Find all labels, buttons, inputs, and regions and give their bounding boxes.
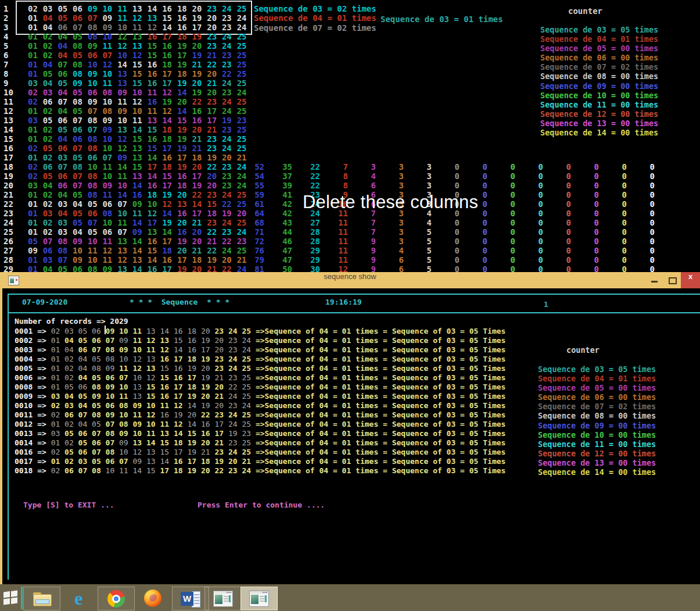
stat-value: 0 — [640, 190, 655, 199]
windows-logo-icon — [3, 591, 17, 605]
record-number: 24 — [228, 364, 242, 373]
record-row: 0010 => 02 03 04 05 06 08 09 10 11 12 14… — [15, 401, 505, 410]
screen: 1020305060910111314161820232425201040506… — [0, 0, 700, 611]
taskbar-firefox[interactable] — [135, 587, 171, 609]
number-cell: 19 — [192, 181, 207, 190]
record-number: 05 — [64, 383, 78, 391]
row-index: 6 — [3, 51, 8, 60]
record-number: 14 — [146, 438, 160, 447]
taskbar-chrome[interactable] — [98, 587, 135, 610]
number-cell: 05 — [73, 190, 88, 199]
record-number: 05 — [92, 420, 105, 428]
minimize-button[interactable] — [646, 272, 663, 288]
number-cell: 02 — [43, 227, 58, 237]
record-number: 01 — [51, 383, 64, 391]
stat-value: 0 — [612, 246, 627, 255]
number-cell: 22 — [207, 60, 222, 69]
record-number: 19 — [214, 457, 228, 466]
number-cell: 05 — [73, 32, 88, 41]
taskbar-internet-explorer[interactable]: e — [60, 587, 96, 609]
window-titlebar[interactable]: sequence show x — [0, 272, 700, 288]
number-cell: 06 — [102, 199, 117, 209]
number-cell: 19 — [177, 144, 192, 153]
number-cell: 04 — [58, 134, 73, 144]
record-number: 03 — [64, 401, 78, 410]
record-number: 01 — [51, 355, 64, 363]
number-cell: 02 — [43, 199, 58, 209]
number-cell: 23 — [207, 144, 222, 153]
record-row: 0005 => 01 02 04 08 09 11 12 13 15 16 19… — [15, 364, 505, 373]
number-cell: 18 — [162, 125, 177, 134]
record-number: 06 — [64, 466, 78, 475]
number-cell: 12 — [148, 23, 163, 32]
number-cell: 07 — [43, 237, 58, 246]
record-number: 01 — [51, 345, 64, 354]
stat-value: 11 — [333, 255, 348, 265]
record-number: 20 — [201, 364, 214, 373]
number-cell: 18 — [162, 134, 177, 144]
stat-value: 59 — [249, 190, 264, 199]
number-cell: 16 — [192, 106, 207, 116]
stat-value: 0 — [472, 218, 487, 227]
number-cell: 16 — [162, 4, 177, 13]
record-number: 19 — [201, 336, 214, 345]
record-number: 20 — [228, 457, 242, 466]
number-cell: 12 — [117, 255, 132, 265]
counter-list: Sequence de 03 = 05 timesSequence de 04 … — [538, 365, 656, 477]
taskbar-file-explorer[interactable] — [23, 587, 60, 610]
number-cell: 23 — [222, 227, 237, 237]
start-button[interactable] — [2, 590, 19, 605]
row-numbers: 010205060709131415181920212325 — [28, 125, 252, 134]
counter-line: Sequence de 07 = 02 times — [538, 402, 656, 411]
number-cell: 05 — [88, 227, 103, 237]
counter-line: Sequence de 08 = 00 times — [538, 411, 656, 420]
stat-value: 5 — [417, 246, 432, 255]
taskbar-console-window-2-active[interactable] — [240, 587, 278, 610]
record-number: 15 — [174, 336, 187, 345]
stat-value: 22 — [305, 162, 320, 171]
number-cell: 09 — [132, 199, 148, 209]
row-numbers: 030506070809101113141516171923 — [28, 116, 252, 125]
record-sequence-summary: =>Sequence of 04 = 01 times = Sequence o… — [256, 466, 505, 475]
number-cell: 19 — [177, 134, 192, 144]
number-cell: 23 — [222, 162, 237, 171]
record-number: 20 — [201, 327, 214, 335]
stat-value: 3 — [389, 171, 404, 181]
record-number: 08 — [92, 383, 105, 391]
record-number: 24 — [228, 410, 242, 419]
number-cell: 16 — [162, 41, 177, 51]
record-number: 05 — [92, 401, 105, 410]
taskbar-console-window-1[interactable] — [204, 587, 242, 610]
record-id: 0008 => — [15, 383, 51, 391]
record-number: 12 — [133, 448, 146, 456]
stat-value: 0 — [500, 171, 515, 181]
number-cell: 09 — [28, 246, 43, 255]
number-cell: 19 — [192, 51, 207, 60]
number-cell: 01 — [28, 69, 43, 78]
record-number: 23 — [214, 410, 228, 419]
stat-value: 76 — [249, 246, 264, 255]
number-cell: 12 — [162, 106, 177, 116]
number-cell: 17 — [148, 162, 163, 171]
stat-value: 0 — [528, 227, 543, 237]
taskbar-word[interactable]: W — [172, 587, 209, 610]
number-cell: 11 — [132, 23, 148, 32]
number-cell: 11 — [117, 218, 132, 227]
record-number: 24 — [228, 355, 242, 363]
close-button[interactable]: x — [681, 272, 700, 288]
number-cell: 19 — [192, 69, 207, 78]
record-number: 04 — [78, 420, 92, 428]
number-cell: 15 — [132, 60, 148, 69]
number-cell: 05 — [43, 171, 58, 181]
number-cell: 13 — [132, 4, 148, 13]
number-cell: 06 — [88, 51, 103, 60]
console-border-left — [8, 294, 9, 580]
record-number: 17 — [187, 457, 200, 466]
number-cell: 13 — [132, 32, 148, 41]
record-number: 25 — [242, 448, 255, 456]
number-cell: 22 — [192, 190, 207, 199]
maximize-button[interactable] — [663, 272, 681, 288]
record-number: 15 — [160, 448, 174, 456]
record-number: 25 — [242, 327, 255, 335]
number-cell: 22 — [222, 69, 237, 78]
